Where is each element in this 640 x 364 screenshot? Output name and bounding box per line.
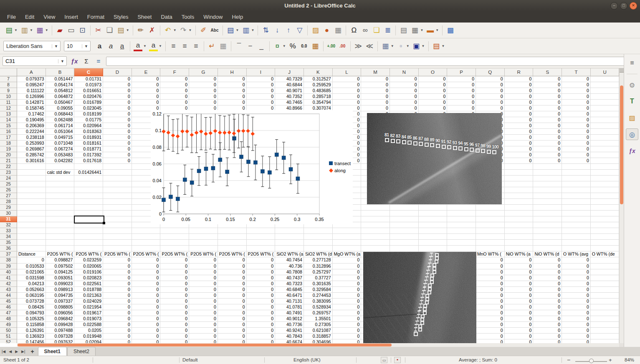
cell-Q29[interactable] [476, 205, 505, 211]
align-center-button[interactable]: ≡ [179, 40, 190, 52]
cell-T33[interactable] [562, 228, 591, 234]
cell-C14[interactable]: 0.01775 [74, 117, 103, 123]
cell-K38[interactable]: 0.277128 [304, 257, 333, 263]
cell-B35[interactable] [46, 240, 75, 246]
cell-T18[interactable]: 0 [562, 141, 591, 146]
cell-E41[interactable]: 0 [132, 275, 161, 281]
font-name-combo[interactable]: Liberation Sans ▼ [3, 41, 61, 51]
print-button[interactable]: ▭ [66, 25, 77, 36]
italic-button[interactable]: a [105, 40, 116, 52]
format-as-percent-button[interactable]: % [287, 40, 298, 52]
cell-S24[interactable] [533, 176, 562, 181]
cell-D29[interactable] [103, 205, 132, 211]
cell-M33[interactable] [361, 228, 390, 234]
chevron-down-icon[interactable]: ▼ [420, 28, 423, 32]
cell-S34[interactable] [533, 234, 562, 240]
cell-K39[interactable]: 0.312896 [304, 264, 333, 269]
cell-H8[interactable]: 0 [218, 82, 247, 88]
previous-sheet-icon[interactable]: ◀ [7, 347, 13, 356]
cell-I44[interactable]: 0 [247, 293, 276, 299]
cell-U39[interactable] [591, 264, 620, 269]
cell-J37[interactable]: SiO2 WT% (a [275, 251, 304, 257]
cell-L37[interactable]: MgO WT% (a [333, 251, 362, 257]
last-sheet-icon[interactable]: ▶| [20, 347, 27, 356]
sheet-tab-sheet1[interactable]: Sheet1 [38, 347, 67, 356]
cell-J46[interactable]: 41.0781 [275, 304, 304, 310]
cell-B11[interactable]: 0.050467 [46, 100, 75, 105]
row-header-45[interactable]: 45 [0, 299, 17, 304]
cell-S32[interactable] [533, 222, 562, 228]
cell-F38[interactable]: 0 [160, 257, 189, 263]
chevron-down-icon[interactable]: ▼ [126, 28, 129, 32]
cell-A29[interactable] [17, 205, 46, 211]
cell-S39[interactable]: 0 [533, 264, 562, 269]
cell-O10[interactable]: 0 [419, 94, 448, 100]
cell-H37[interactable]: P2O5 WT% ( [218, 251, 247, 257]
cell-I43[interactable]: 0 [247, 287, 276, 293]
cell-U32[interactable] [591, 222, 620, 228]
column-header-H[interactable]: H [218, 68, 247, 76]
cell-F34[interactable] [160, 234, 189, 240]
cell-F11[interactable]: 0 [160, 100, 189, 105]
cell-M10[interactable]: 0 [361, 94, 390, 100]
chevron-down-icon[interactable]: ▼ [159, 44, 162, 48]
cell-A21[interactable]: 0.301616 [17, 158, 46, 164]
cell-L44[interactable]: 0 [333, 293, 362, 299]
cell-H46[interactable]: 0 [218, 304, 247, 310]
cell-S27[interactable] [533, 193, 562, 199]
wrap-text-button[interactable]: ↵ [206, 40, 218, 52]
cell-R35[interactable] [505, 240, 534, 246]
cell-D45[interactable]: 0 [103, 299, 132, 304]
row-header-22[interactable]: 22 [0, 164, 17, 170]
cell-D19[interactable]: 0 [103, 146, 132, 152]
cell-Q48[interactable]: 0 [476, 316, 505, 322]
cell-B15[interactable]: 0.061714 [46, 123, 75, 129]
cell-A44[interactable]: 0.063195 [17, 293, 46, 299]
row-header-7[interactable]: 7 [0, 76, 17, 82]
cell-O11[interactable]: 0 [419, 100, 448, 105]
cell-B38[interactable]: 0.098827 [46, 257, 75, 263]
cell-D24[interactable] [103, 176, 132, 181]
menu-format[interactable]: Format [83, 11, 109, 23]
cell-U51[interactable] [591, 334, 620, 339]
cell-S17[interactable]: 0 [533, 135, 562, 141]
cell-A10[interactable]: 0.126996 [17, 94, 46, 100]
cell-U19[interactable] [591, 146, 620, 152]
cell-U35[interactable] [591, 240, 620, 246]
cell-F45[interactable]: 0 [160, 299, 189, 304]
cell-D42[interactable]: 0 [103, 281, 132, 287]
insert-special-character-button[interactable]: Ω [348, 25, 359, 36]
cell-G10[interactable]: 0 [189, 94, 218, 100]
chevron-down-icon[interactable]: ▼ [14, 28, 18, 32]
insert-pivot-table-button[interactable]: ▦ [332, 25, 344, 36]
cell-T50[interactable]: 0 [562, 328, 591, 334]
next-sheet-icon[interactable]: ▶ [13, 347, 20, 356]
cell-F10[interactable]: 0 [160, 94, 189, 100]
menu-sheet[interactable]: Sheet [133, 11, 156, 23]
cell-C13[interactable]: 0.018199 [74, 111, 103, 117]
cell-U26[interactable] [591, 187, 620, 193]
cell-U23[interactable] [591, 170, 620, 176]
cell-C18[interactable]: 0.018161 [74, 141, 103, 146]
cell-T15[interactable]: 0 [562, 123, 591, 129]
cell-Q31[interactable] [476, 216, 505, 222]
cell-D48[interactable]: 0 [103, 316, 132, 322]
cell-N29[interactable] [390, 205, 419, 211]
cell-Q42[interactable]: 0 [476, 281, 505, 287]
cell-R41[interactable]: 0 [505, 275, 534, 281]
cell-C12[interactable]: 0.023045 [74, 105, 103, 111]
cell-R13[interactable]: 0 [505, 111, 534, 117]
cell-T35[interactable] [562, 240, 591, 246]
row-header-51[interactable]: 51 [0, 334, 17, 339]
cell-B25[interactable] [46, 181, 75, 187]
cell-A14[interactable]: 0.190495 [17, 117, 46, 123]
cell-B21[interactable]: 0.042282 [46, 158, 75, 164]
cell-N32[interactable] [390, 222, 419, 228]
cell-A51[interactable]: 0.136923 [17, 334, 46, 339]
center-vertically-button[interactable]: − [245, 40, 256, 52]
cell-E39[interactable]: 0 [132, 264, 161, 269]
chevron-down-icon[interactable]: ▼ [52, 44, 60, 48]
cell-U43[interactable] [591, 287, 620, 293]
column-header-E[interactable]: E [132, 68, 161, 76]
cell-I36[interactable] [247, 246, 276, 251]
